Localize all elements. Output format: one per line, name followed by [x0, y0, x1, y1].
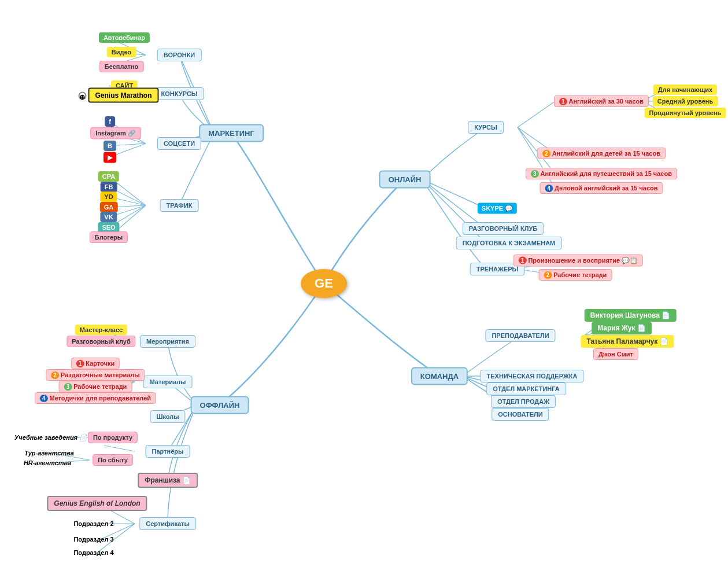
tech-support-node[interactable]: ТЕХНИЧЕСКАЯ ПОДДЕРЖКА — [481, 370, 584, 382]
team-node[interactable]: КОМАНДА — [411, 367, 468, 385]
handouts-label: Раздаточные материалы — [61, 371, 140, 378]
fb-ads-node[interactable]: FB — [101, 182, 117, 192]
svg-line-47 — [104, 446, 135, 451]
konkursy-node[interactable]: КОНКУРСЫ — [155, 87, 204, 100]
teacher1-node[interactable]: Виктория Шатунова 📄 — [585, 309, 677, 322]
partners-node[interactable]: Партнёры — [146, 445, 190, 458]
schools-label: Школы — [156, 413, 179, 420]
events-node[interactable]: Мероприятия — [140, 335, 195, 348]
workbooks-node[interactable]: 2Рабочие тетради — [539, 269, 612, 281]
marketing-node[interactable]: МАРКЕТИНГ — [199, 124, 264, 142]
besplatno-node[interactable]: Бесплатно — [99, 61, 144, 72]
prep-exams-node[interactable]: ПОДГОТОВКА К ЭКЗАМЕНАМ — [456, 237, 562, 249]
skype-node[interactable]: SKYPE 💬 — [478, 203, 517, 214]
facebook-icon-node[interactable]: f — [105, 116, 115, 127]
cards-node[interactable]: 1Карточки — [71, 358, 120, 369]
video-node[interactable]: Видео — [107, 47, 136, 57]
certificates-label: Сертификаты — [146, 520, 190, 527]
genius-english-node[interactable]: Genius English of London — [47, 496, 147, 511]
razg-klub-offline-node[interactable]: Разговорный клуб — [66, 336, 135, 347]
sub2-node[interactable]: Подраздел 2 — [73, 520, 113, 527]
online-node[interactable]: ОНЛАЙН — [379, 171, 431, 189]
teacher4-node[interactable]: Джон Смит — [593, 348, 638, 360]
offline-node[interactable]: ОФФЛАЙН — [191, 396, 249, 414]
by-sales-node[interactable]: По сбыту — [93, 454, 133, 466]
vk-node[interactable]: VK — [100, 212, 117, 222]
facebook-label: f — [109, 118, 111, 125]
materials-node[interactable]: Материалы — [143, 376, 193, 388]
razg-klub-online-node[interactable]: РАЗГОВОРНЫЙ КЛУБ — [463, 222, 544, 235]
youtube-label: ▶ — [108, 154, 112, 161]
pronunciation-node[interactable]: 1Произношение и восприятие 💬📋 — [513, 255, 643, 267]
by-product-label: По продукту — [93, 434, 132, 441]
founders-label: ОСНОВАТЕЛИ — [498, 411, 542, 418]
instagram-label: Instagram 🔗 — [95, 130, 136, 137]
teachers-node[interactable]: ПРЕПОДАВАТЕЛИ — [485, 329, 555, 342]
certificates-node[interactable]: Сертификаты — [139, 517, 196, 530]
middle-label: Средний уровень — [657, 98, 714, 105]
handouts-node[interactable]: 2Раздаточные материалы — [46, 369, 145, 381]
svg-line-21 — [518, 101, 555, 127]
besplatno-label: Бесплатно — [105, 63, 139, 70]
middle-node[interactable]: Средний уровень — [653, 96, 718, 106]
teacher2-node[interactable]: Мария Жук 📄 — [592, 322, 652, 334]
sales-dept-label: ОТДЕЛ ПРОДАЖ — [497, 398, 549, 405]
yd-node[interactable]: YD — [100, 192, 117, 202]
cpa-node[interactable]: CPA — [98, 171, 119, 182]
avtowebinar-node[interactable]: Автовебинар — [99, 32, 150, 43]
english-kids-node[interactable]: 2Английский для детей за 15 часов — [537, 148, 666, 159]
blog-node[interactable]: B — [104, 141, 116, 151]
voronki-label: ВОРОНКИ — [164, 51, 195, 58]
ga-label: GA — [104, 204, 114, 211]
youtube-node[interactable]: ▶ — [104, 152, 116, 163]
advanced-node[interactable]: Продвинутый уровень — [645, 108, 726, 118]
english-biz-node[interactable]: 4Деловой английский за 15 часов — [539, 182, 663, 194]
partners-label: Партнёры — [152, 448, 184, 455]
franchise-node[interactable]: Франшиза 📄 — [138, 473, 198, 488]
blogery-node[interactable]: Блогеры — [90, 231, 128, 243]
sub3-label: Подраздел 3 — [73, 536, 113, 543]
trafik-node[interactable]: ТРАФИК — [160, 199, 199, 212]
genius-marathon-node[interactable]: ⊕Genius Marathon — [78, 91, 158, 100]
materials-label: Материалы — [150, 378, 186, 385]
masterclass-node[interactable]: Мастер-класс — [75, 325, 127, 335]
english-travel-node[interactable]: 3Английский для путешествий за 15 часов — [526, 168, 677, 179]
edu-institutions-node[interactable]: Учебные заведения 📄 — [14, 434, 87, 441]
hr-agencies-node[interactable]: HR-агентства — [24, 459, 71, 466]
razg-klub-offline-label: Разговорный клуб — [72, 338, 130, 345]
ga-node[interactable]: GA — [100, 202, 118, 212]
pronunciation-label: Произношение и восприятие 💬📋 — [528, 257, 638, 264]
kursy-node[interactable]: КУРСЫ — [468, 121, 504, 134]
masterclass-label: Мастер-класс — [80, 326, 123, 333]
by-product-node[interactable]: По продукту — [88, 432, 138, 443]
founders-node[interactable]: ОСНОВАТЕЛИ — [492, 408, 549, 421]
mindmap: GE МАРКЕТИНГ ВОРОНКИ Автовебинар Видео Б… — [0, 0, 728, 574]
teacher1-label: Виктория Шатунова 📄 — [590, 311, 671, 319]
seo-label: SEO — [102, 224, 115, 231]
sub4-node[interactable]: Подраздел 4 — [73, 549, 113, 556]
sub3-node[interactable]: Подраздел 3 — [73, 536, 113, 543]
english30-node[interactable]: 1Английский за 30 часов — [554, 95, 649, 107]
methods-node[interactable]: 4Методички для преподавателей — [35, 392, 156, 404]
schools-node[interactable]: Школы — [150, 410, 185, 423]
methods-label: Методички для преподавателей — [49, 395, 151, 402]
tour-agencies-node[interactable]: Тур-агентства — [24, 450, 74, 457]
teacher3-node[interactable]: Татьяна Паламарчук 📄 — [581, 335, 674, 348]
marketing-dept-node[interactable]: ОТДЕЛ МАРКЕТИНГА — [486, 382, 566, 395]
skype-label: SKYPE 💬 — [482, 205, 513, 212]
sales-dept-node[interactable]: ОТДЕЛ ПРОДАЖ — [491, 395, 556, 408]
genius-marathon-icon: ⊕ — [78, 91, 86, 100]
center-label: GE — [315, 276, 333, 291]
beginners-label: Для начинающих — [658, 86, 712, 93]
beginners-node[interactable]: Для начинающих — [653, 84, 717, 95]
team-label: КОМАНДА — [420, 372, 459, 381]
trenazhery-label: ТРЕНАЖЕРЫ — [476, 266, 519, 273]
blogery-label: Блогеры — [95, 234, 123, 241]
voronki-node[interactable]: ВОРОНКИ — [157, 49, 202, 61]
sub4-label: Подраздел 4 — [73, 549, 113, 556]
connection-lines — [0, 0, 728, 574]
workbooks2-node[interactable]: 3Рабочие тетради — [59, 381, 132, 392]
teacher2-label: Мария Жук 📄 — [597, 324, 646, 332]
instagram-node[interactable]: Instagram 🔗 — [90, 127, 141, 139]
socseti-node[interactable]: СОЦСЕТИ — [157, 137, 201, 150]
